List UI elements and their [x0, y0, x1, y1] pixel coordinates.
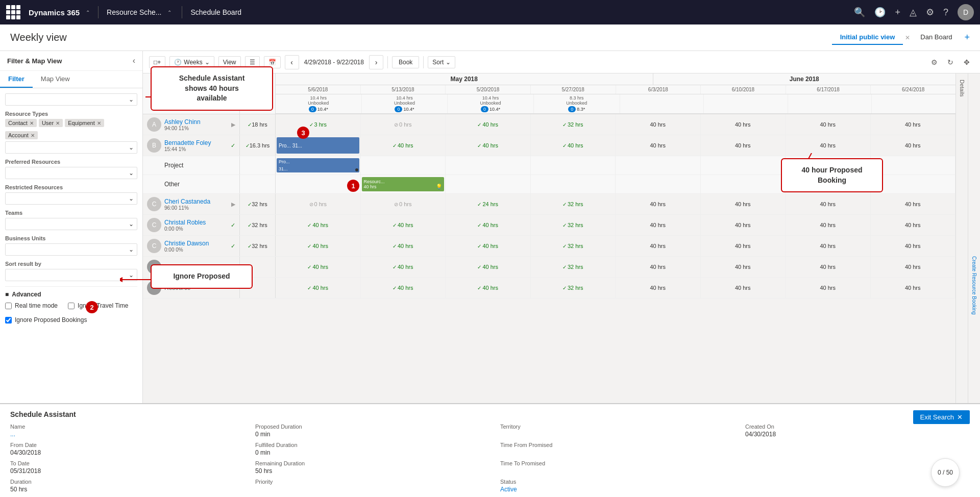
week-cell-cheri-4[interactable]: 40 hrs	[616, 194, 701, 214]
week-cell-project-3[interactable]	[531, 156, 616, 175]
settings-icon-btn[interactable]: ⚙	[927, 55, 941, 69]
week-cell-bernadette-2[interactable]: ✓40 hrs	[446, 135, 531, 156]
business-select[interactable]: ⌄	[5, 243, 137, 256]
field-value-status[interactable]: Active	[500, 486, 725, 493]
week-cell-cheri-2[interactable]: ✓24 hrs	[446, 194, 531, 214]
user-avatar[interactable]: D	[958, 4, 974, 20]
week-cell-r8-3[interactable]: ✓32 hrs	[531, 278, 616, 298]
week-cell-christal-6[interactable]: 40 hrs	[786, 215, 871, 235]
week-cell-r8-0[interactable]: ✓40 hrs	[276, 278, 361, 298]
week-cell-cheri-0[interactable]: ⊘0 hrs	[276, 194, 361, 214]
week-cell-ashley-5[interactable]: 40 hrs	[701, 114, 786, 135]
add-icon[interactable]: +	[895, 7, 900, 18]
resource-name-r8[interactable]: Resource	[164, 284, 235, 291]
week-cell-christal-1[interactable]: ✓40 hrs	[361, 215, 446, 235]
week-cell-r8-6[interactable]: 40 hrs	[786, 278, 871, 298]
week-cell-r7-7[interactable]: 40 hrs	[871, 257, 956, 277]
nav-schedule-board[interactable]: Schedule Board	[190, 8, 241, 16]
tab-map-view[interactable]: Map View	[33, 71, 78, 88]
app-grid-icon[interactable]	[6, 5, 20, 19]
resource-name-ashley[interactable]: Ashley Chinn	[164, 118, 228, 126]
week-cell-other-3[interactable]	[531, 175, 616, 193]
week-cell-christie-4[interactable]: 40 hrs	[616, 236, 701, 256]
tab-filter[interactable]: Filter	[0, 71, 33, 88]
advanced-header[interactable]: ■ Advanced	[5, 291, 137, 298]
week-cell-bernadette-5[interactable]: 40 hrs	[701, 135, 786, 156]
resource-booking-block[interactable]: Resourc...40 hrs 💡	[362, 177, 445, 191]
week-cell-other-7[interactable]	[871, 175, 956, 193]
week-cell-project-1[interactable]	[361, 156, 446, 175]
week-cell-christal-5[interactable]: 40 hrs	[701, 215, 786, 235]
date-prev-btn[interactable]: ‹	[285, 55, 299, 69]
tab-initial-public-view[interactable]: Initial public view	[832, 30, 903, 45]
week-cell-christie-7[interactable]: 40 hrs	[871, 236, 956, 256]
week-cell-christie-1[interactable]: ✓40 hrs	[361, 236, 446, 256]
week-cell-project-6[interactable]	[786, 156, 871, 175]
sort-btn[interactable]: Sort ⌄	[428, 56, 455, 68]
week-cell-r8-1[interactable]: ✓40 hrs	[361, 278, 446, 298]
resource-name-cheri[interactable]: Cheri Castaneda	[164, 198, 228, 205]
settings-icon[interactable]: ⚙	[926, 7, 934, 18]
tag-equipment-remove[interactable]: ✕	[97, 120, 101, 126]
week-cell-r7-5[interactable]: 40 hrs	[701, 257, 786, 277]
filter-icon[interactable]: ◬	[910, 7, 917, 18]
week-cell-cheri-6[interactable]: 40 hrs	[786, 194, 871, 214]
week-cell-christal-7[interactable]: 40 hrs	[871, 215, 956, 235]
week-cell-ashley-4[interactable]: 40 hrs	[616, 114, 701, 135]
ignore-travel-checkbox[interactable]	[68, 303, 75, 309]
fullscreen-icon-btn[interactable]: ✥	[960, 55, 974, 69]
calendar-btn[interactable]: 📅	[264, 56, 281, 68]
add-resource-btn[interactable]: □+	[149, 56, 165, 68]
tag-user-remove[interactable]: ✕	[56, 120, 60, 126]
week-cell-other-2[interactable]	[446, 175, 531, 193]
app-chevron-icon[interactable]: ⌃	[86, 10, 90, 15]
expand-icon-cheri[interactable]: ▶	[231, 201, 235, 208]
week-cell-christal-3[interactable]: ✓32 hrs	[531, 215, 616, 235]
week-cell-christie-3[interactable]: ✓32 hrs	[531, 236, 616, 256]
week-cell-r7-2[interactable]: ✓40 hrs	[446, 257, 531, 277]
field-value-name[interactable]: ...	[10, 431, 235, 438]
tag-contact-remove[interactable]: ✕	[30, 120, 34, 126]
preferred-select[interactable]: ⌄	[5, 167, 137, 179]
realtime-checkbox[interactable]	[5, 303, 12, 309]
week-cell-ashley-6[interactable]: 40 hrs	[786, 114, 871, 135]
restricted-select[interactable]: ⌄	[5, 192, 137, 205]
search-icon[interactable]: 🔍	[854, 7, 865, 18]
weeks-btn[interactable]: 🕐 Weeks ⌄	[169, 56, 214, 68]
project-booking-block[interactable]: Pro...31...	[277, 158, 359, 172]
week-cell-cheri-7[interactable]: 40 hrs	[871, 194, 956, 214]
week-cell-cheri-1[interactable]: ⊘0 hrs	[361, 194, 446, 214]
sort-select[interactable]: ⌄	[5, 269, 137, 281]
week-cell-cheri-5[interactable]: 40 hrs	[701, 194, 786, 214]
resource-type-select[interactable]: ⌄	[5, 141, 137, 154]
week-cell-r8-5[interactable]: 40 hrs	[701, 278, 786, 298]
nav-resource-chevron[interactable]: ⌃	[167, 10, 172, 15]
week-cell-bernadette-7[interactable]: 40 hrs	[871, 135, 956, 156]
resource-name-bernadette[interactable]: Bernadette Foley	[164, 139, 228, 146]
ignore-proposed-checkbox[interactable]	[5, 317, 12, 324]
week-cell-r7-1[interactable]: ✓40 hrs	[361, 257, 446, 277]
week-cell-ashley-2[interactable]: ✓40 hrs	[446, 114, 531, 135]
tab-close-icon[interactable]: ✕	[903, 31, 912, 44]
week-cell-christal-2[interactable]: ✓40 hrs	[446, 215, 531, 235]
week-cell-christal-4[interactable]: 40 hrs	[616, 215, 701, 235]
week-cell-r8-4[interactable]: 40 hrs	[616, 278, 701, 298]
week-cell-project-7[interactable]	[871, 156, 956, 175]
week-cell-ashley-7[interactable]: 40 hrs	[871, 114, 956, 135]
week-cell-r7-3[interactable]: ✓32 hrs	[531, 257, 616, 277]
week-cell-ashley-0[interactable]: ✓3 hrs	[276, 114, 361, 135]
week-cell-other-4[interactable]	[616, 175, 701, 193]
exit-search-button[interactable]: Exit Search ✕	[913, 410, 970, 424]
week-cell-project-0[interactable]: Pro...31...	[276, 156, 361, 175]
resource-name-r7[interactable]: Resource	[164, 263, 235, 270]
week-cell-ashley-1[interactable]: ⊘0 hrs	[361, 114, 446, 135]
date-next-btn[interactable]: ›	[369, 55, 383, 69]
help-icon[interactable]: ?	[943, 7, 948, 18]
history-icon[interactable]: 🕑	[874, 7, 886, 18]
week-cell-other-1[interactable]: Resourc...40 hrs 💡	[361, 175, 446, 193]
week-cell-cheri-3[interactable]: ✓32 hrs	[531, 194, 616, 214]
week-cell-r8-7[interactable]: 40 hrs	[871, 278, 956, 298]
view-btn[interactable]: View	[218, 56, 241, 68]
week-cell-christie-5[interactable]: 40 hrs	[701, 236, 786, 256]
week-cell-christie-2[interactable]: ✓40 hrs	[446, 236, 531, 256]
